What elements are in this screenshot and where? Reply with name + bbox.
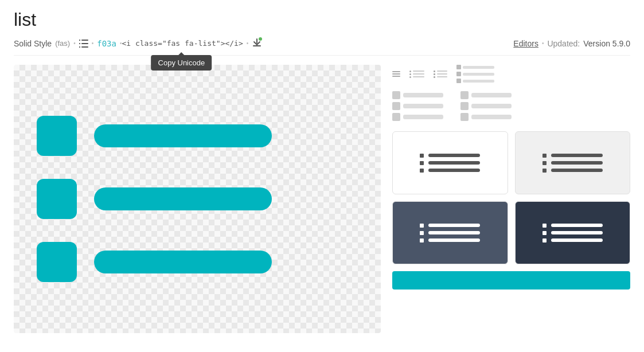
variants-panel xyxy=(381,65,630,333)
variant-card-dark[interactable] xyxy=(392,201,508,264)
svg-rect-4 xyxy=(81,46,88,48)
preview-bar-2 xyxy=(94,187,272,210)
style-code: (fas) xyxy=(55,39,70,48)
svg-rect-2 xyxy=(81,43,88,44)
svg-point-8 xyxy=(259,37,262,41)
svg-rect-5 xyxy=(79,46,80,48)
list-icon-gray xyxy=(542,154,603,173)
mini-list-icon-1[interactable] xyxy=(392,71,400,77)
separator-dot-2: • xyxy=(92,40,94,46)
thumb-bar-group-2[interactable] xyxy=(460,91,512,121)
mini-list-icon-4[interactable] xyxy=(456,65,494,83)
preview-thumb-2 xyxy=(37,179,77,219)
card-row-2 xyxy=(392,201,630,264)
editors-link[interactable]: Editors xyxy=(513,39,538,48)
separator-dot-4: • xyxy=(247,40,249,46)
version-label: Version 5.9.0 xyxy=(583,39,630,48)
svg-rect-7 xyxy=(256,38,257,44)
page-title: list xyxy=(14,9,630,30)
variant-card-light[interactable] xyxy=(392,131,508,194)
tooltip-container: • <i class="fas fa-list"></i> Copy Unico… xyxy=(120,39,243,48)
preview-thumb-1 xyxy=(37,116,77,156)
card-row-1 xyxy=(392,131,630,194)
meta-bar: Solid Style (fas) • • f03a • <i class="f… xyxy=(14,37,630,56)
mini-list-icon-3[interactable] xyxy=(434,71,447,78)
svg-rect-1 xyxy=(79,40,80,41)
main-content xyxy=(0,56,644,342)
list-icon-light xyxy=(420,154,480,173)
preview-row-3 xyxy=(37,242,358,282)
style-label: Solid Style xyxy=(14,39,52,48)
bottom-teal-bar xyxy=(392,271,630,290)
updated-label: Updated: xyxy=(547,39,580,48)
preview-bar-1 xyxy=(94,124,272,147)
svg-rect-6 xyxy=(253,45,261,46)
preview-thumb-3 xyxy=(37,242,77,282)
svg-rect-3 xyxy=(79,43,80,44)
variant-card-darker[interactable] xyxy=(515,201,631,264)
list-icon-dark xyxy=(420,224,480,243)
medium-icons-row xyxy=(392,91,630,121)
variant-card-gray[interactable] xyxy=(515,131,631,194)
separator-dot-1: • xyxy=(73,40,76,46)
thumb-bar-group-1[interactable] xyxy=(392,91,443,121)
list-icon-darker xyxy=(542,224,603,243)
icon-preview-panel xyxy=(14,65,381,333)
svg-rect-0 xyxy=(81,40,88,41)
preview-bar-3 xyxy=(94,251,272,273)
list-icon-svg xyxy=(79,40,88,48)
list-icon-btn[interactable] xyxy=(79,40,88,48)
separator-dot-5: • xyxy=(542,40,544,46)
unicode-value[interactable]: f03a xyxy=(97,39,116,48)
preview-row-2 xyxy=(37,179,358,219)
preview-row-1 xyxy=(37,116,358,156)
right-top-icons xyxy=(392,65,630,83)
page: list Solid Style (fas) • • f03a • xyxy=(0,0,644,352)
meta-right: Editors • Updated: Version 5.9.0 xyxy=(513,39,630,48)
header: list Solid Style (fas) • • f03a • xyxy=(0,0,644,56)
download-icon[interactable] xyxy=(252,37,262,49)
mini-list-icon-2[interactable] xyxy=(409,71,424,78)
html-snippet: <i class="fas fa-list"></i> xyxy=(122,39,243,48)
